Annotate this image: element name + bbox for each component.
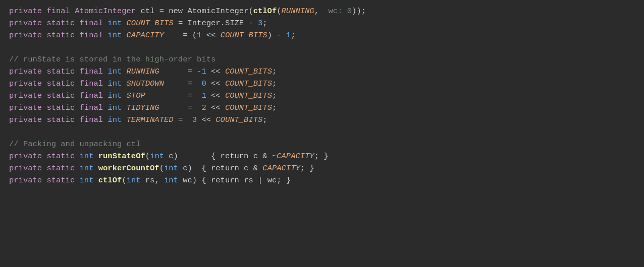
code-line: // Packing and unpacking ctl — [9, 138, 635, 150]
code-line — [9, 41, 635, 53]
code-token: int — [80, 152, 98, 161]
code-token: - — [277, 31, 286, 40]
code-token: COUNT_BITS — [221, 31, 267, 40]
code-token: << — [206, 91, 225, 100]
code-line: // runState is stored in the high-order … — [9, 53, 635, 65]
code-token: private static final — [9, 91, 108, 100]
code-token: private static final — [9, 115, 108, 124]
code-token: )); — [352, 7, 366, 16]
code-line: private static final int TERMINATED = 3 … — [9, 114, 635, 126]
code-token: = ( — [174, 31, 197, 40]
code-token: int — [108, 31, 126, 40]
code-token: ; — [272, 67, 277, 76]
code-token: = — [174, 115, 188, 124]
code-token: wc) { return rs | wc; } — [178, 176, 291, 185]
code-token: private static final — [9, 31, 108, 40]
code-line: private static int ctlOf(int rs, int wc)… — [9, 174, 635, 186]
code-token: CAPACITY — [127, 31, 174, 40]
code-token: - — [248, 19, 258, 28]
code-token: << — [206, 103, 225, 112]
code-line: private static int workerCountOf(int c) … — [9, 162, 635, 174]
code-token: << — [197, 115, 216, 124]
code-token: wc: 0 — [329, 7, 352, 16]
code-token: COUNT_BITS — [225, 103, 272, 112]
code-token: int — [150, 152, 164, 161]
code-token: 3 — [258, 19, 262, 28]
code-token: COUNT_BITS — [225, 67, 272, 76]
code-line: private static final int RUNNING = -1 <<… — [9, 65, 635, 78]
code-token: private static — [9, 152, 80, 161]
code-token: CAPACITY — [262, 164, 300, 173]
code-token: << — [201, 31, 220, 40]
code-token: ; — [291, 31, 295, 40]
code-token: STOP — [127, 91, 169, 100]
code-token: int — [127, 176, 141, 185]
code-token: ; — [272, 103, 277, 112]
code-token: ( — [145, 152, 150, 161]
code-token: ( — [159, 164, 164, 173]
code-token: ctlOf — [253, 7, 277, 16]
code-token: int — [164, 164, 178, 173]
code-token: int — [108, 67, 126, 76]
code-token: ( — [277, 7, 281, 16]
code-line: private static final int TIDYING = 2 << … — [9, 102, 635, 114]
code-token: << — [206, 67, 225, 76]
code-line: private final AtomicInteger ctl = new At… — [9, 5, 635, 17]
code-token: private static — [9, 176, 80, 185]
code-editor: private final AtomicInteger ctl = new At… — [9, 5, 635, 186]
code-token: int — [164, 176, 178, 185]
code-token: COUNT_BITS — [216, 115, 262, 124]
code-token: rs, — [140, 176, 164, 185]
code-token: = — [169, 67, 197, 76]
code-token: private static — [9, 164, 80, 173]
code-token: RUNNING — [127, 67, 169, 76]
code-token: private final AtomicInteger — [9, 7, 140, 16]
code-token: 2 — [197, 103, 206, 112]
code-token: int — [108, 19, 126, 28]
code-token: 1 — [197, 91, 206, 100]
code-token: ; — [272, 79, 277, 88]
code-token: -1 — [197, 67, 206, 76]
code-token: private static final — [9, 103, 108, 112]
code-line — [9, 126, 635, 138]
code-token: = — [169, 103, 197, 112]
code-token: c) { return c & ~ — [164, 152, 277, 161]
code-token: ; — [272, 91, 277, 100]
code-token: ; — [262, 19, 267, 28]
code-token: // Packing and unpacking ctl — [9, 140, 140, 149]
code-token: int — [108, 79, 126, 88]
code-token: = new AtomicInteger( — [154, 7, 253, 16]
code-token: runStateOf — [98, 152, 145, 161]
code-token: TIDYING — [127, 103, 169, 112]
code-token: 0 — [197, 79, 206, 88]
code-line: private static final int COUNT_BITS = In… — [9, 17, 635, 29]
code-line: private static final int SHUTDOWN = 0 <<… — [9, 78, 635, 90]
code-line: private static int runStateOf(int c) { r… — [9, 150, 635, 162]
code-token: ; } — [314, 152, 329, 161]
code-token: ; — [262, 115, 267, 124]
code-token: private static final — [9, 79, 108, 88]
code-token: int — [108, 91, 126, 100]
code-token: COUNT_BITS — [225, 79, 272, 88]
code-token: TERMINATED — [127, 115, 174, 124]
code-token: ) — [267, 31, 277, 40]
code-token: 1 — [286, 31, 291, 40]
code-token: 3 — [187, 115, 197, 124]
code-token: << — [206, 79, 225, 88]
code-token: workerCountOf — [98, 164, 159, 173]
code-token: CAPACITY — [277, 152, 314, 161]
code-token: , — [314, 7, 329, 16]
code-token: COUNT_BITS — [225, 91, 272, 100]
code-token: private static final — [9, 67, 108, 76]
code-token: ; } — [300, 164, 314, 173]
code-token: ( — [122, 176, 126, 185]
code-token: // runState is stored in the high-order … — [9, 55, 216, 64]
code-token: = — [169, 91, 197, 100]
code-token: RUNNING — [282, 7, 314, 16]
code-token: private static final — [9, 19, 108, 28]
code-line: private static final int CAPACITY = (1 <… — [9, 29, 635, 41]
code-token: c) { return c & — [178, 164, 262, 173]
code-token: SHUTDOWN — [127, 79, 169, 88]
code-token: int — [108, 115, 126, 124]
code-token: = — [169, 79, 197, 88]
